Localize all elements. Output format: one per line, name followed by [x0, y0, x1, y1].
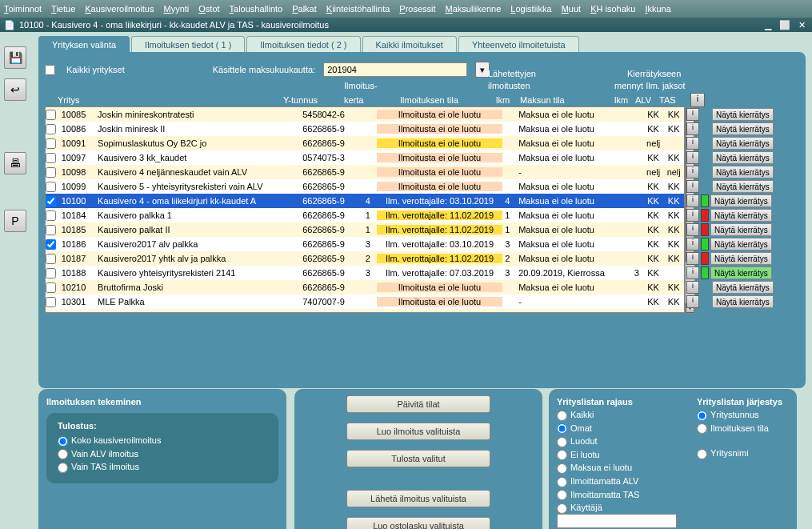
table-row[interactable]: 10098Kausivero 4 neljänneskaudet vain AL… — [46, 165, 684, 179]
tab-1[interactable]: Ilmoituksen tiedot ( 1 ) — [131, 36, 245, 53]
nayta-kierratys-button[interactable]: Näytä kierrätys — [712, 180, 774, 193]
tab-0[interactable]: Yrityksen valinta — [38, 36, 130, 53]
table-row[interactable]: 10187Kausivero2017 yhtk alv ja palkka662… — [46, 251, 684, 266]
row-checkbox[interactable] — [46, 110, 56, 120]
row-checkbox[interactable] — [46, 124, 56, 134]
rajaus-radio-6[interactable]: Ilmoittamatta TAS — [557, 490, 673, 501]
info-button[interactable]: i — [686, 137, 699, 150]
kayttaja-input[interactable] — [557, 514, 677, 528]
table-row[interactable]: 10301MLE Palkka7407007-9Ilmoitusta ei ol… — [46, 295, 684, 309]
nayta-kierratys-button[interactable]: Näytä kierrätys — [712, 137, 774, 150]
luo-ostolasku-button[interactable]: Luo ostolasku valituista — [346, 517, 490, 529]
menu-ostot[interactable]: Ostot — [198, 4, 219, 14]
row-checkbox[interactable] — [46, 210, 56, 221]
tab-2[interactable]: Ilmoituksen tiedot ( 2 ) — [246, 36, 360, 53]
table-row[interactable]: 10188Kausivero yhteisyritysrekisteri 214… — [46, 266, 684, 280]
restore-icon[interactable]: ⬜ — [777, 20, 793, 30]
table-row[interactable]: 10097Kausivero 3 kk_kaudet0574075-3Ilmoi… — [46, 150, 684, 165]
row-checkbox[interactable] — [46, 239, 56, 250]
info-button[interactable]: i — [690, 93, 705, 107]
save-icon[interactable]: 💾 — [4, 46, 26, 69]
jarjestys-radio-0[interactable]: Yritystunnus — [697, 410, 782, 421]
info-button[interactable]: i — [686, 238, 699, 250]
print-radio-2[interactable]: Vain TAS ilmoitus — [58, 462, 267, 473]
laheta-ilmoitus-button[interactable]: Lähetä ilmoitus valituista — [346, 490, 490, 507]
menu-tietue[interactable]: Tietue — [51, 4, 75, 14]
info-button[interactable]: i — [686, 209, 699, 222]
menu-kiinteistöhallinta[interactable]: Kiinteistöhallinta — [326, 4, 390, 14]
rajaus-radio-5[interactable]: Ilmoittamatta ALV — [557, 476, 673, 487]
jarjestys-radio-1[interactable]: Ilmoituksen tila — [697, 423, 782, 435]
menu-prosessit[interactable]: Prosessit — [399, 4, 435, 14]
nayta-kierratys-button[interactable]: Näytä kierrätys — [710, 252, 772, 265]
table-row[interactable]: 10100Kausivero 4 - oma liikekirjuri kk-k… — [46, 194, 684, 208]
info-button[interactable]: i — [686, 122, 699, 135]
info-button[interactable]: i — [686, 295, 699, 308]
menu-toiminnot[interactable]: Toiminnot — [4, 4, 42, 14]
table-row[interactable]: 10186Kausivero2017 alv palkka6626865-93I… — [46, 237, 684, 251]
nayta-kierratys-button[interactable]: Näytä kierrätys — [710, 194, 772, 207]
print-radio-0[interactable]: Koko kausiveroilmoitus — [58, 435, 267, 447]
row-checkbox[interactable] — [46, 254, 56, 264]
nayta-kierratys-button[interactable]: Näytä kierrätys — [712, 151, 774, 164]
print-radio-1[interactable]: Vain ALV ilmoitus — [58, 449, 267, 460]
table-row[interactable]: 10210Bruttofirma Joski6626865-9Ilmoitust… — [46, 280, 684, 295]
row-checkbox[interactable] — [46, 268, 56, 279]
nayta-kierratys-button[interactable]: Näytä kierrätys — [710, 223, 772, 236]
table-row[interactable]: 10086Joskin miniresk II6626865-9Ilmoitus… — [46, 122, 684, 136]
close-icon[interactable]: ✕ — [796, 20, 808, 30]
menu-palkat[interactable]: Palkat — [292, 4, 317, 14]
row-checkbox[interactable] — [46, 297, 56, 307]
table-row[interactable]: 10085Joskin minireskontratesti5458042-6I… — [46, 107, 684, 122]
month-input[interactable] — [323, 62, 467, 77]
rajaus-radio-2[interactable]: Luodut — [557, 436, 673, 447]
menu-myynti[interactable]: Myynti — [163, 4, 189, 14]
row-checkbox[interactable] — [46, 196, 56, 206]
menubar[interactable]: ToiminnotTietueKausiveroilmoitusMyyntiOs… — [0, 0, 812, 18]
row-checkbox[interactable] — [46, 182, 56, 192]
info-button[interactable]: i — [686, 252, 699, 265]
menu-kausiveroilmoitus[interactable]: Kausiveroilmoitus — [85, 4, 154, 14]
paivita-tilat-button[interactable]: Päivitä tilat — [346, 395, 490, 413]
menu-logistiikka[interactable]: Logistiikka — [510, 4, 551, 14]
menu-muut[interactable]: Muut — [562, 4, 581, 14]
menu-kh isohaku[interactable]: KH isohaku — [590, 4, 635, 14]
tab-4[interactable]: Yhteenveto ilmoitetuista — [458, 36, 579, 53]
row-checkbox[interactable] — [46, 138, 56, 149]
info-button[interactable]: i — [686, 151, 699, 164]
table-row[interactable]: 10091Sopimuslaskutus Oy B2C jo6626865-9I… — [46, 136, 684, 150]
info-button[interactable]: i — [686, 166, 699, 178]
info-button[interactable]: i — [686, 281, 699, 294]
nayta-kierratys-button[interactable]: Näytä kierrätys — [712, 166, 774, 178]
minimize-icon[interactable]: ▁ — [762, 20, 774, 30]
nayta-kierratys-button[interactable]: Näytä kierrätys — [712, 295, 774, 308]
tulosta-valitut-button[interactable]: Tulosta valitut — [346, 450, 490, 467]
rajaus-radio-1[interactable]: Omat — [557, 423, 673, 435]
jarjestys-radio-2[interactable]: Yritysnimi — [697, 448, 782, 459]
nayta-kierratys-button[interactable]: Näytä kierrätys — [710, 267, 772, 279]
rajaus-radio-3[interactable]: Ei luotu — [557, 450, 673, 461]
info-button[interactable]: i — [686, 194, 699, 207]
menu-taloushallinto[interactable]: Taloushallinto — [230, 4, 283, 14]
menu-maksuliikenne[interactable]: Maksuliikenne — [446, 4, 502, 14]
tab-3[interactable]: Kaikki ilmoitukset — [362, 36, 457, 53]
rajaus-radio-0[interactable]: Kaikki — [557, 410, 673, 421]
info-button[interactable]: i — [686, 108, 699, 121]
table-row[interactable]: 10185Kausivero palkat II6626865-91Ilm. v… — [46, 222, 684, 237]
exit-icon[interactable]: ↩ — [4, 78, 26, 101]
info-button[interactable]: i — [686, 223, 699, 236]
info-button[interactable]: i — [686, 180, 699, 193]
luo-ilmoitus-button[interactable]: Luo ilmoitus valituista — [346, 423, 490, 440]
table-row[interactable]: 10184Kausivero palkka 16626865-91Ilm. ve… — [46, 208, 684, 222]
print-icon[interactable]: 🖶 — [4, 152, 26, 174]
p-button[interactable]: P — [4, 210, 26, 232]
rajaus-radio-4[interactable]: Maksua ei luotu — [557, 463, 673, 474]
nayta-kierratys-button[interactable]: Näytä kierrätys — [712, 108, 774, 121]
row-checkbox[interactable] — [46, 167, 56, 178]
nayta-kierratys-button[interactable]: Näytä kierrätys — [710, 209, 772, 222]
nayta-kierratys-button[interactable]: Näytä kierrätys — [712, 122, 774, 135]
row-checkbox[interactable] — [46, 225, 56, 235]
row-checkbox[interactable] — [46, 153, 56, 163]
all-companies-checkbox[interactable] — [45, 65, 55, 75]
row-checkbox[interactable] — [46, 283, 56, 293]
